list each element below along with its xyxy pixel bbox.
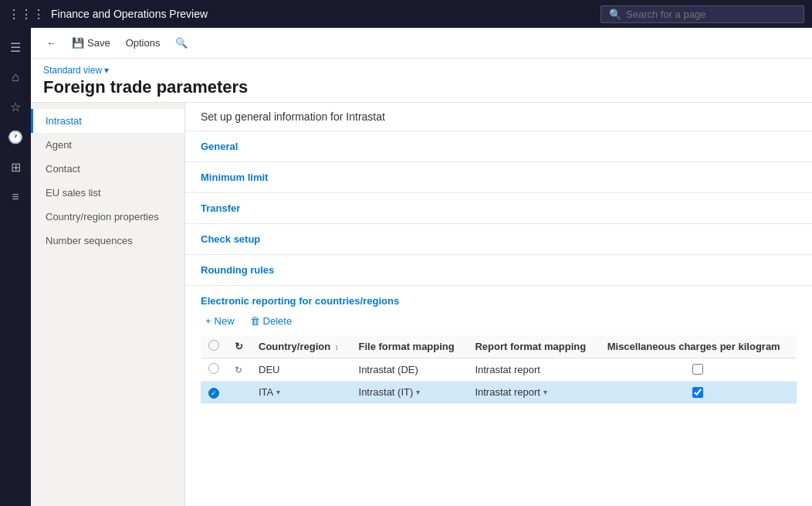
row1-country: DEU	[251, 358, 351, 381]
plus-icon: +	[205, 315, 211, 327]
row2-selector[interactable]: ✓	[201, 381, 227, 403]
main-layout: Intrastat Agent Contact EU sales list Co…	[31, 103, 812, 506]
app-grid-icon[interactable]: ⋮⋮⋮	[8, 7, 45, 22]
row2-file-format: Intrastat (IT) ▾	[351, 381, 468, 403]
row2-misc-checkbox[interactable]	[692, 387, 703, 398]
row2-report-format: Intrastat report ▾	[467, 381, 599, 403]
section-check-setup[interactable]: Check setup	[185, 224, 812, 255]
search-button[interactable]: 🔍	[169, 34, 194, 52]
toolbar: ← 💾 Save Options 🔍	[31, 28, 812, 59]
misc-charges-col-header: Miscellaneous charges per kilogram	[600, 335, 797, 358]
sidebar-item-agent[interactable]: Agent	[31, 133, 184, 157]
search-icon: 🔍	[609, 8, 621, 20]
country-dropdown-icon[interactable]: ▾	[276, 388, 280, 396]
row1-radio[interactable]	[208, 363, 219, 374]
sidebar-item-intrastat[interactable]: Intrastat	[31, 109, 184, 133]
top-bar-left: ⋮⋮⋮ Finance and Operations Preview	[8, 7, 208, 22]
chevron-down-icon: ▾	[104, 65, 109, 76]
save-button[interactable]: 💾 Save	[66, 34, 117, 52]
section-main-title: Set up general information for Intrastat	[185, 103, 812, 131]
standard-view[interactable]: Standard view ▾	[43, 65, 800, 76]
section-rounding-rules[interactable]: Rounding rules	[185, 255, 812, 286]
sidebar-item-contact[interactable]: Contact	[31, 157, 184, 181]
row1-misc-checkbox[interactable]	[692, 364, 703, 375]
refresh-col: ↻	[227, 335, 251, 358]
back-icon: ←	[46, 37, 56, 49]
table-row[interactable]: ✓ ITA ▾	[201, 381, 797, 403]
row2-misc-charges[interactable]	[600, 381, 797, 403]
row2-radio[interactable]: ✓	[208, 388, 219, 399]
search-input[interactable]	[626, 8, 796, 20]
sort-icon[interactable]: ↕	[335, 343, 339, 351]
delete-icon: 🗑	[250, 315, 260, 327]
country-col-header: Country/region ↕	[251, 335, 351, 358]
favorites-icon[interactable]: ☆	[0, 93, 31, 121]
row1-refresh-icon[interactable]: ↻	[235, 365, 242, 375]
section-minimum-limit[interactable]: Minimum limit	[185, 162, 812, 193]
back-button[interactable]: ←	[40, 34, 63, 52]
refresh-icon[interactable]: ↻	[235, 341, 243, 352]
delete-button[interactable]: 🗑 Delete	[245, 313, 297, 329]
search-box[interactable]: 🔍	[601, 5, 804, 23]
section-transfer[interactable]: Transfer	[185, 193, 812, 224]
table-row[interactable]: ↻ DEU Intrastat (DE) Intrastat report	[201, 358, 797, 381]
content-area: Set up general information for Intrastat…	[185, 103, 812, 506]
table-toolbar: + New 🗑 Delete	[201, 313, 797, 329]
row1-file-format: Intrastat (DE)	[351, 358, 468, 381]
select-all-col	[201, 335, 227, 358]
row1-misc-charges[interactable]	[600, 358, 797, 381]
search-icon: 🔍	[175, 37, 188, 49]
row1-selector[interactable]	[201, 358, 227, 381]
home-icon[interactable]: ⌂	[0, 64, 31, 90]
top-bar: ⋮⋮⋮ Finance and Operations Preview 🔍	[0, 0, 812, 28]
hamburger-icon[interactable]: ☰	[0, 34, 31, 61]
file-format-col-header: File format mapping	[351, 335, 468, 358]
er-section-title: Electronic reporting for countries/regio…	[201, 286, 797, 313]
sidebar-item-number-sequences[interactable]: Number sequences	[31, 229, 184, 253]
recent-icon[interactable]: 🕐	[0, 124, 31, 151]
row1-refresh[interactable]: ↻	[227, 358, 251, 381]
select-all-checkbox[interactable]	[208, 340, 219, 351]
list-icon[interactable]: ≡	[0, 184, 31, 210]
page-title: Foreign trade parameters	[43, 77, 800, 97]
electronic-reporting-section: Electronic reporting for countries/regio…	[185, 286, 812, 416]
er-table: ↻ Country/region ↕ File format mapping	[201, 335, 797, 404]
workspace-icon[interactable]: ⊞	[0, 154, 31, 181]
section-general[interactable]: General	[185, 131, 812, 162]
sidebar-item-country-region[interactable]: Country/region properties	[31, 205, 184, 229]
app-title: Finance and Operations Preview	[51, 8, 208, 20]
left-sidebar: ☰ ⌂ ☆ 🕐 ⊞ ≡	[0, 28, 31, 506]
left-nav: Intrastat Agent Contact EU sales list Co…	[31, 103, 185, 506]
row2-refresh[interactable]	[227, 381, 251, 403]
save-icon: 💾	[72, 37, 84, 49]
options-button[interactable]: Options	[120, 34, 167, 52]
row1-report-format: Intrastat report	[467, 358, 599, 381]
page-header: Standard view ▾ Foreign trade parameters	[31, 59, 812, 103]
row2-country: ITA ▾	[251, 381, 351, 403]
file-format-dropdown-icon[interactable]: ▾	[416, 388, 420, 396]
report-format-dropdown-icon[interactable]: ▾	[543, 388, 547, 396]
report-format-col-header: Report format mapping	[467, 335, 599, 358]
sidebar-item-eu-sales-list[interactable]: EU sales list	[31, 181, 184, 205]
new-button[interactable]: + New	[201, 313, 239, 329]
